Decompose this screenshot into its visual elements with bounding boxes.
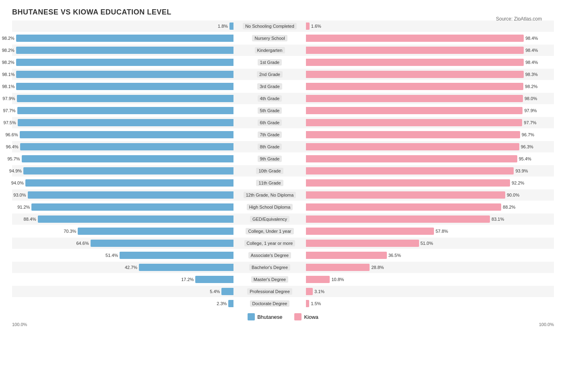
bar-label: High School Diploma: [233, 205, 306, 209]
bar-blue: [16, 59, 233, 66]
right-section: 1.5%: [306, 298, 527, 309]
table-row: 5.4%Professional Degree3.1%: [12, 286, 554, 297]
right-section: 88.2%: [306, 201, 527, 213]
bar-label: Bachelor's Degree: [233, 265, 306, 270]
legend-item-blue: Bhutanese: [248, 313, 282, 320]
bar-label: Kindergarten: [233, 48, 306, 53]
value-right: 83.1%: [492, 217, 504, 222]
bar-pink: [306, 228, 434, 235]
bar-label: GED/Equivalency: [233, 217, 306, 222]
bar-label: 6th Grade: [233, 120, 306, 125]
bar-pink: [306, 107, 523, 114]
left-section: 97.5%: [12, 117, 233, 128]
value-left: 97.9%: [2, 96, 15, 101]
left-section: 98.2%: [12, 33, 233, 44]
table-row: 17.2%Master's Degree10.8%: [12, 274, 554, 285]
table-row: 42.7%Bachelor's Degree28.8%: [12, 262, 554, 273]
left-section: 95.7%: [12, 153, 233, 164]
bar-pink: [306, 264, 370, 271]
table-row: 98.2%1st Grade98.4%: [12, 57, 554, 68]
bar-pink: [306, 47, 524, 54]
bar-blue: [31, 203, 233, 211]
bar-pink: [306, 35, 524, 42]
value-right: 93.9%: [515, 168, 528, 173]
left-section: 91.2%: [12, 201, 233, 213]
bar-blue: [139, 264, 233, 271]
bar-pink: [306, 276, 330, 283]
value-left: 2.3%: [217, 301, 227, 306]
left-section: 97.7%: [12, 105, 233, 116]
right-section: 92.2%: [306, 177, 527, 189]
right-section: 98.4%: [306, 33, 527, 44]
right-section: 36.5%: [306, 250, 527, 261]
table-row: 94.9%10th Grade93.9%: [12, 165, 554, 177]
value-left: 42.7%: [125, 265, 137, 270]
bar-blue: [16, 71, 233, 78]
value-right: 10.8%: [331, 277, 344, 282]
axis-left: 100.0%: [12, 322, 27, 327]
axis-labels: 100.0% 100.0%: [12, 322, 554, 327]
right-section: 83.1%: [306, 213, 527, 225]
legend: Bhutanese Kiowa: [12, 313, 554, 320]
left-section: 1.8%: [12, 21, 233, 32]
value-left: 1.8%: [218, 24, 228, 29]
value-right: 90.0%: [507, 193, 519, 197]
bar-blue: [17, 95, 233, 102]
value-right: 98.3%: [525, 72, 538, 77]
bar-pink: [306, 179, 510, 187]
bar-pink: [306, 23, 310, 30]
bar-blue: [28, 191, 234, 199]
bar-pink: [306, 191, 505, 199]
left-section: 2.3%: [12, 298, 233, 309]
value-right: 28.8%: [371, 265, 384, 270]
right-section: 98.2%: [306, 81, 527, 92]
bar-pink: [306, 59, 524, 66]
bar-blue: [195, 276, 233, 283]
value-left: 96.4%: [6, 144, 19, 149]
value-right: 3.1%: [314, 289, 324, 294]
bar-label: 10th Grade: [233, 168, 306, 173]
left-section: 98.2%: [12, 57, 233, 68]
value-left: 64.6%: [76, 241, 89, 246]
legend-pink-label: Kiowa: [304, 314, 318, 320]
bar-blue: [20, 131, 233, 138]
value-right: 98.4%: [525, 60, 538, 65]
bar-blue: [120, 252, 233, 259]
bar-pink: [306, 83, 523, 90]
bar-label: 7th Grade: [233, 132, 306, 137]
value-left: 98.1%: [2, 84, 14, 89]
value-right: 95.4%: [519, 156, 531, 161]
left-section: 88.4%: [12, 213, 233, 225]
table-row: 97.7%5th Grade97.9%: [12, 105, 554, 116]
right-section: 90.0%: [306, 189, 527, 201]
right-section: 98.4%: [306, 45, 527, 56]
value-left: 17.2%: [181, 277, 194, 282]
value-right: 88.2%: [503, 205, 515, 209]
right-section: 95.4%: [306, 153, 527, 164]
value-left: 51.4%: [105, 253, 118, 258]
table-row: 51.4%Associate's Degree36.5%: [12, 250, 554, 261]
table-row: 96.4%8th Grade96.3%: [12, 141, 554, 152]
table-row: 2.3%Doctorate Degree1.5%: [12, 298, 554, 309]
bar-blue: [228, 300, 233, 307]
bar-label: College, 1 year or more: [233, 241, 306, 246]
table-row: 98.1%3rd Grade98.2%: [12, 81, 554, 92]
value-right: 92.2%: [512, 181, 524, 185]
bar-pink: [306, 71, 524, 78]
left-section: 5.4%: [12, 286, 233, 297]
value-left: 95.7%: [7, 156, 20, 161]
value-left: 98.2%: [2, 48, 14, 53]
value-left: 94.0%: [11, 181, 24, 185]
bar-blue: [38, 215, 233, 223]
bar-blue: [23, 167, 233, 174]
value-right: 51.0%: [421, 241, 433, 246]
bar-blue: [16, 83, 233, 90]
table-row: 98.1%2nd Grade98.3%: [12, 69, 554, 80]
bar-label: 9th Grade: [233, 156, 306, 161]
bar-label: 12th Grade, No Diploma: [233, 193, 306, 197]
left-section: 98.1%: [12, 69, 233, 80]
pink-swatch: [294, 313, 302, 320]
bar-label: Associate's Degree: [233, 253, 306, 258]
right-section: 3.1%: [306, 286, 527, 297]
bar-label: Professional Degree: [233, 289, 306, 294]
